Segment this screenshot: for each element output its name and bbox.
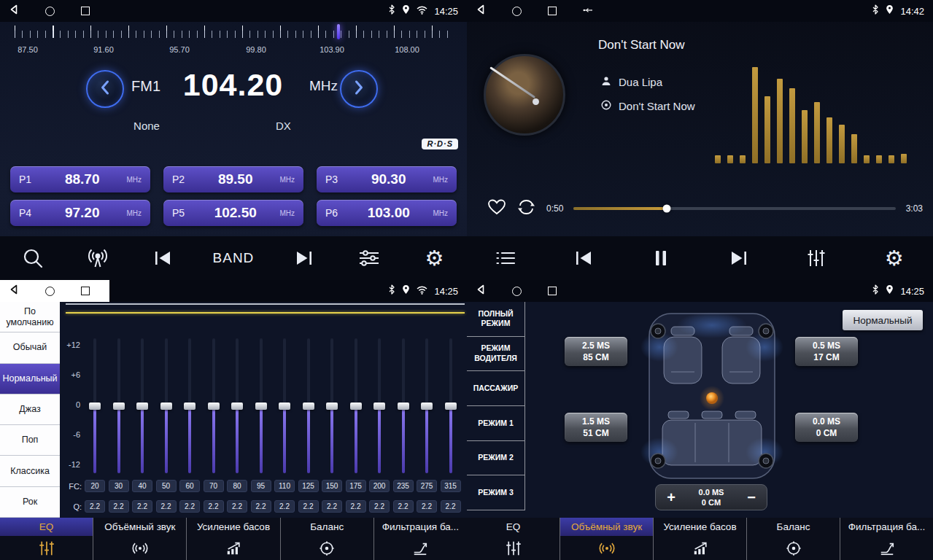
surround-sound-icon	[93, 536, 186, 560]
settings-gear-button[interactable]: ⚙	[880, 248, 909, 269]
eq-band-slider[interactable]	[109, 338, 129, 473]
eq-band-slider[interactable]	[346, 338, 366, 473]
eq-preset-rock[interactable]: Рок	[0, 487, 60, 518]
eq-band-slider[interactable]	[251, 338, 271, 473]
pause-button[interactable]	[646, 249, 675, 267]
mode-custom-1[interactable]: РЕЖИМ 1	[467, 406, 524, 441]
q-value: 2.2	[441, 500, 461, 513]
recents-button[interactable]	[548, 7, 557, 15]
eq-preset-jazz[interactable]: Джаз	[0, 394, 60, 425]
eq-preset-normal[interactable]: Нормальный	[0, 364, 60, 394]
back-button[interactable]	[9, 4, 19, 18]
tab-balance[interactable]: Баланс	[281, 518, 374, 560]
clock: 14:25	[434, 6, 458, 17]
mode-custom-3[interactable]: РЕЖИМ 3	[467, 475, 524, 510]
delay-front-left-button[interactable]: 2.5 MS 85 CM	[565, 337, 627, 366]
visualizer-bar	[789, 88, 795, 163]
location-icon	[402, 284, 410, 298]
mode-full[interactable]: ПОЛНЫЙ РЕЖИМ	[467, 302, 524, 337]
home-button[interactable]	[512, 287, 522, 296]
eq-preset-default[interactable]: По умолчанию	[0, 302, 60, 332]
eq-preset-pop[interactable]: Поп	[0, 425, 60, 456]
progress-fill	[573, 207, 667, 210]
eq-band-slider[interactable]	[204, 338, 224, 473]
mode-custom-2[interactable]: РЕЖИМ 2	[467, 441, 524, 476]
eq-bands-icon	[467, 536, 560, 560]
tab-eq[interactable]: EQ	[0, 518, 93, 560]
scale-label: 91.60	[93, 45, 114, 54]
previous-station-button[interactable]	[148, 250, 177, 266]
eq-band-slider[interactable]	[417, 338, 437, 473]
seek-bar[interactable]	[573, 207, 895, 210]
stage-preset-button[interactable]: Нормальный	[843, 310, 923, 330]
tune-up-button[interactable]	[340, 70, 378, 108]
delay-rear-left-button[interactable]: 1.5 MS 51 CM	[565, 413, 627, 442]
statusbar: 14:25	[0, 0, 467, 22]
next-track-button[interactable]	[724, 250, 754, 266]
location-icon	[402, 4, 410, 18]
eq-band-slider[interactable]	[156, 338, 177, 473]
tab-eq[interactable]: EQ	[467, 518, 560, 560]
visualizer-bar	[826, 117, 832, 163]
frequency-ruler[interactable]: 87.50 91.60 95.70 99.80 103.90 108.00	[0, 23, 467, 60]
preset-p5[interactable]: P5102.50MHz	[163, 200, 303, 226]
preset-p1[interactable]: P188.70MHz	[10, 166, 150, 192]
eq-preset-classical[interactable]: Классика	[0, 456, 60, 486]
previous-track-button[interactable]	[569, 250, 598, 266]
recents-button[interactable]	[548, 287, 557, 295]
next-station-button[interactable]	[290, 250, 319, 266]
scale-label: 87.50	[18, 45, 38, 54]
tab-filter[interactable]: Фильтрация ба...	[840, 518, 933, 560]
playlist-button[interactable]	[491, 250, 520, 266]
favorite-heart-button[interactable]	[487, 198, 506, 219]
eq-band-slider[interactable]	[227, 338, 247, 473]
eq-band-slider[interactable]	[132, 338, 152, 473]
tune-down-button[interactable]	[86, 70, 124, 108]
preset-p3[interactable]: P390.30MHz	[317, 166, 457, 192]
tuner-indicator[interactable]	[337, 24, 340, 39]
home-button[interactable]	[45, 287, 55, 296]
eq-preset-custom[interactable]: Обычай	[0, 332, 60, 363]
scan-search-button[interactable]	[18, 247, 47, 269]
tab-filter[interactable]: Фильтрация ба...	[374, 518, 467, 560]
tab-surround[interactable]: Объёмный звук	[93, 518, 187, 560]
eq-band-slider[interactable]	[322, 338, 342, 473]
recents-button[interactable]	[81, 287, 90, 295]
progress-thumb[interactable]	[663, 205, 671, 213]
crossover-filter-icon	[840, 536, 933, 560]
delay-decrease-button[interactable]: −	[736, 489, 767, 506]
delay-rear-right-button[interactable]: 0.0 MS 0 CM	[795, 413, 858, 442]
repeat-button[interactable]	[516, 199, 536, 218]
tab-balance[interactable]: Баланс	[747, 518, 840, 560]
eq-band-slider[interactable]	[274, 338, 295, 473]
band-button[interactable]: BAND	[213, 250, 255, 266]
wifi-icon	[417, 4, 427, 18]
home-button[interactable]	[512, 7, 522, 16]
eq-band-slider[interactable]	[298, 338, 319, 473]
settings-gear-button[interactable]: ⚙	[419, 248, 449, 269]
delay-increase-button[interactable]: +	[656, 489, 686, 506]
broadcast-scan-button[interactable]	[83, 248, 112, 268]
eq-band-slider[interactable]	[179, 338, 200, 473]
clock: 14:25	[900, 286, 924, 297]
preset-p2[interactable]: P289.50MHz	[163, 166, 303, 192]
tab-bass-boost[interactable]: Усиление басов	[654, 518, 747, 560]
eq-band-slider[interactable]	[369, 338, 390, 473]
eq-band-slider[interactable]	[85, 338, 105, 473]
mode-passenger[interactable]: ПАССАЖИР	[467, 371, 524, 406]
eq-band-slider[interactable]	[393, 338, 414, 473]
tab-surround[interactable]: Объёмный звук	[560, 518, 654, 560]
recents-button[interactable]	[81, 7, 90, 15]
equalizer-button[interactable]	[802, 249, 831, 268]
mode-driver[interactable]: РЕЖИМ ВОДИТЕЛЯ	[467, 337, 524, 372]
back-button[interactable]	[9, 284, 19, 298]
preset-p4[interactable]: P497.20MHz	[10, 200, 150, 226]
back-button[interactable]	[476, 284, 486, 298]
back-button[interactable]	[476, 4, 486, 18]
eq-band-slider[interactable]	[441, 338, 461, 473]
tab-bass-boost[interactable]: Усиление басов	[187, 518, 280, 560]
delay-front-right-button[interactable]: 0.5 MS 17 CM	[795, 337, 858, 366]
home-button[interactable]	[45, 7, 55, 16]
preset-p6[interactable]: P6103.00MHz	[317, 200, 457, 226]
equalizer-button[interactable]	[355, 249, 384, 267]
